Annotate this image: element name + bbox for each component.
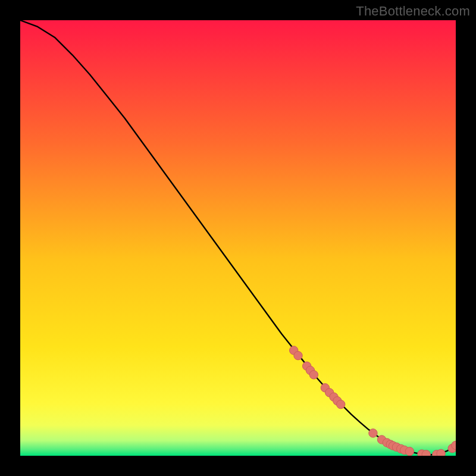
data-marker [437, 449, 445, 456]
data-marker [422, 450, 430, 456]
watermark-text: TheBottleneck.com [356, 4, 470, 19]
chart-frame: TheBottleneck.com [0, 0, 476, 476]
data-marker [337, 400, 345, 408]
chart-svg [20, 20, 456, 456]
data-marker [309, 371, 318, 379]
data-marker [405, 447, 414, 455]
data-marker [369, 429, 377, 437]
gradient-background [20, 20, 456, 456]
data-marker [294, 351, 302, 359]
plot-area [20, 20, 456, 456]
